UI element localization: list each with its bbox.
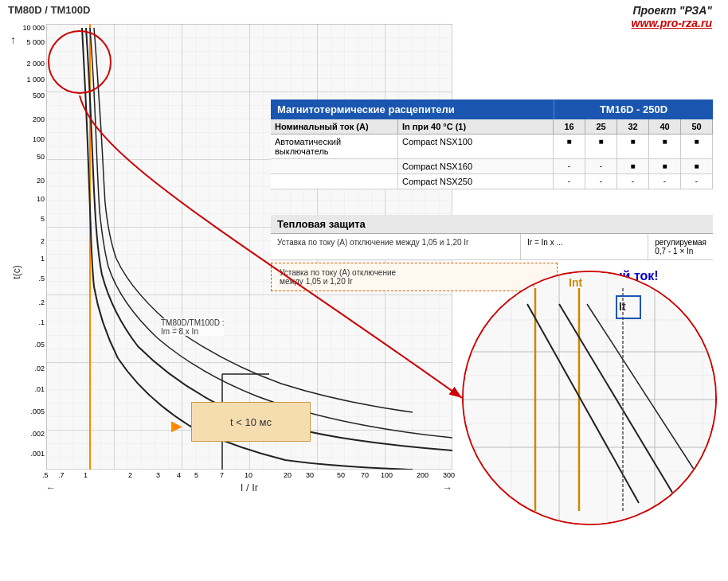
project-url: www.pro-rza.ru	[632, 17, 712, 29]
table-col-name: Номинальный ток (А)	[271, 119, 398, 134]
table-col-val-25: 25	[585, 119, 617, 134]
table-col-vals: 16 25 32 40 50	[554, 119, 713, 134]
svg-text:Int: Int	[569, 276, 582, 289]
table-row-3-vals: - - - - -	[554, 174, 713, 189]
table-row-3-val-4: -	[681, 174, 713, 189]
chart-title: TM80D / TM100D	[8, 4, 90, 16]
table-row-3-name	[271, 174, 398, 189]
x-axis-title-row: ← I / Ir →	[46, 482, 452, 493]
table-row-2-val-1: -	[585, 159, 617, 174]
table-row-3-val-1: -	[585, 174, 617, 189]
y-axis-arrow: ↑	[10, 33, 16, 46]
thermal-annotation-line2: между 1,05 и 1,20 Ir	[280, 277, 549, 286]
table-row-1-val-3: ■	[649, 135, 681, 158]
project-info: Проект "РЗА" www.pro-rza.ru	[632, 4, 712, 29]
table-row-1-name: Автоматический выключатель	[271, 135, 398, 158]
table-row-3-val-0: -	[554, 174, 585, 189]
orange-arrow: ▶	[171, 417, 182, 435]
project-title: Проект "РЗА"	[632, 4, 712, 17]
table-row-1-vals: ■ ■ ■ ■ ■	[554, 135, 713, 158]
t-box: t < 10 мс	[191, 402, 311, 442]
table-row-3-val-3: -	[649, 174, 681, 189]
table-col-val-32: 32	[617, 119, 649, 134]
x-arrow-right: →	[443, 482, 452, 493]
zoom-svg: Ir Int It	[464, 272, 715, 524]
table-row-1-val-4: ■	[681, 135, 713, 158]
table-row-2-type: Compact NSX160	[398, 159, 554, 174]
table-row-2-name	[271, 159, 398, 174]
table-row-2-val-2: ■	[617, 159, 649, 174]
table-row-2: Compact NSX160 - - ■ ■ ■	[271, 159, 713, 174]
table-row-3-val-2: -	[617, 174, 649, 189]
table-col-val-50: 50	[681, 119, 713, 134]
im-annotation: TM80D/TM100D : Im = 8 x In	[161, 318, 224, 336]
im-line1: TM80D/TM100D :	[161, 318, 224, 327]
thermal-annotation-box: Уставка по току (А) отключение между 1,0…	[271, 263, 558, 291]
table-header-right: TM16D - 250D	[554, 99, 713, 119]
table-col-val-16: 16	[554, 119, 585, 134]
thermal-header: Тепловая защита	[271, 215, 713, 234]
table-row-1: Автоматический выключатель Compact NSX10…	[271, 135, 713, 159]
table-header: Магнитотермические расцепители TM16D - 2…	[271, 99, 713, 119]
t-box-label: t < 10 мс	[230, 416, 272, 428]
table-row-3: Compact NSX250 - - - - -	[271, 174, 713, 189]
x-arrow-left: ←	[46, 482, 56, 493]
table-row-2-val-4: ■	[681, 159, 713, 174]
table-subheader: Номинальный ток (А) In при 40 °C (1) 16 …	[271, 119, 713, 135]
thermal-col1: Уставка по току (А) отключение между 1,0…	[271, 234, 521, 259]
table-col-in: In при 40 °C (1)	[398, 119, 554, 134]
thermal-row: Уставка по току (А) отключение между 1,0…	[271, 234, 713, 260]
thermal-annotation-line1: Уставка по току (А) отключение	[280, 268, 549, 277]
zoom-circle: Ir Int It	[462, 271, 717, 525]
table-row-1-val-1: ■	[585, 135, 617, 158]
thermal-col2: Ir = In x ...	[521, 234, 648, 259]
table-row-1-val-2: ■	[617, 135, 649, 158]
table-row-1-type: Compact NSX100	[398, 135, 554, 158]
table-row-2-val-0: -	[554, 159, 585, 174]
svg-rect-6	[464, 272, 715, 524]
thermal-col-val: регулируемая 0,7 - 1 × In	[648, 234, 713, 259]
table-header-main: Магнитотермические расцепители	[271, 99, 554, 119]
y-axis-title: t(c)	[11, 265, 22, 279]
x-axis-title: I / Ir	[56, 482, 443, 493]
table-row-2-val-3: ■	[649, 159, 681, 174]
svg-text:It: It	[619, 300, 626, 313]
table-row-3-type: Compact NSX250	[398, 174, 554, 189]
table-container: Магнитотермические расцепители TM16D - 2…	[271, 99, 713, 189]
table-row-1-val-0: ■	[554, 135, 585, 158]
im-line2: Im = 8 x In	[161, 327, 224, 336]
table-row-2-vals: - - ■ ■ ■	[554, 159, 713, 174]
table-col-val-40: 40	[649, 119, 681, 134]
